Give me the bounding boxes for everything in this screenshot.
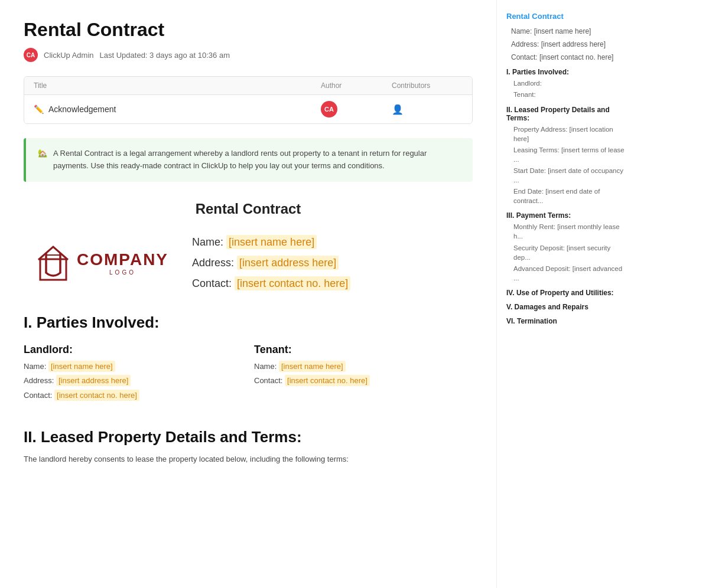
sidebar-section-payment[interactable]: III. Payment Terms: <box>506 211 629 220</box>
company-header: COMPANY LOGO Name: [insert name here] Ad… <box>24 236 473 290</box>
author-cell: CA <box>321 101 392 117</box>
doc-body: Rental Contract COMPANY LOGO <box>24 201 473 466</box>
section2-heading: II. Leased Property Details and Terms: <box>24 428 473 446</box>
doc-title[interactable]: Acknowledgement <box>48 104 116 114</box>
sidebar-section-damages[interactable]: V. Damages and Repairs <box>506 303 629 311</box>
sidebar-sub-landlord[interactable]: Landlord: <box>506 79 629 88</box>
tenant-title: Tenant: <box>254 344 473 356</box>
page-title: Rental Contract <box>24 19 473 41</box>
edit-icon: ✏️ <box>34 104 44 114</box>
section1-heading: I. Parties Involved: <box>24 313 473 332</box>
sidebar-sub-monthly-rent[interactable]: Monthly Rent: [insert monthly lease h... <box>506 222 629 241</box>
sidebar: Rental Contract Name: [insert name here]… <box>496 0 638 588</box>
landlord-address: Address: [insert address here] <box>24 375 242 387</box>
parties-grid: Landlord: Name: [insert name here] Addre… <box>24 344 473 404</box>
name-label: Name: <box>192 236 223 248</box>
sidebar-sub-leasing-terms[interactable]: Leasing Terms: [insert terms of lease ..… <box>506 145 629 164</box>
col-author: Author <box>321 81 392 90</box>
tenant-contact: Contact: [insert contact no. here] <box>254 375 473 387</box>
sidebar-section-parties[interactable]: I. Parties Involved: <box>506 68 629 76</box>
sidebar-sub-security-deposit[interactable]: Security Deposit: [insert security dep..… <box>506 243 629 262</box>
docs-table: Title Author Contributors ✏️ Acknowledge… <box>24 76 473 124</box>
sidebar-sub-tenant[interactable]: Tenant: <box>506 90 629 99</box>
col-contributors: Contributors <box>392 81 463 90</box>
sidebar-item-contact[interactable]: Contact: [insert contact no. here] <box>506 53 629 63</box>
author-avatar: CA <box>321 101 337 117</box>
address-line: Address: [insert address here] <box>192 257 350 269</box>
info-icon: 🏡 <box>38 148 47 172</box>
contributor-icon: 👤 <box>392 104 404 115</box>
sidebar-item-name[interactable]: Name: [insert name here] <box>506 27 629 37</box>
section-parties: I. Parties Involved: Landlord: Name: [in… <box>24 313 473 404</box>
logo-container: COMPANY LOGO <box>35 242 168 283</box>
company-name: COMPANY <box>77 250 168 269</box>
section-leased: II. Leased Property Details and Terms: T… <box>24 428 473 466</box>
col-title: Title <box>34 81 321 90</box>
sidebar-sub-end-date[interactable]: End Date: [insert end date of contract..… <box>506 187 629 205</box>
author-name: ClickUp Admin <box>44 51 94 60</box>
sidebar-title[interactable]: Rental Contract <box>506 12 629 21</box>
company-sub: LOGO <box>77 269 168 276</box>
landlord-contact: Contact: [insert contact no. here] <box>24 390 242 402</box>
avatar: CA <box>24 48 38 62</box>
sidebar-sub-property-addr[interactable]: Property Address: [insert location here] <box>506 125 629 143</box>
doc-section-title: Rental Contract <box>24 201 473 217</box>
name-line: Name: [insert name here] <box>192 236 350 249</box>
landlord-name: Name: [insert name here] <box>24 361 242 373</box>
info-text: A Rental Contract is a legal arrangement… <box>53 148 461 172</box>
company-name-block: COMPANY LOGO <box>77 250 168 276</box>
name-value[interactable]: [insert name here] <box>226 235 317 249</box>
sidebar-section-termination[interactable]: VI. Termination <box>506 317 629 325</box>
last-updated: Last Updated: 3 days ago at 10:36 am <box>100 51 230 60</box>
address-label: Address: <box>192 257 234 269</box>
tenant-name: Name: [insert name here] <box>254 361 473 373</box>
section2-desc: The landlord hereby consents to lease th… <box>24 453 473 466</box>
table-header: Title Author Contributors <box>24 77 472 95</box>
sidebar-sub-start-date[interactable]: Start Date: [insert date of occupancy ..… <box>506 166 629 185</box>
tenant-block: Tenant: Name: [insert name here] Contact… <box>254 344 473 404</box>
table-row[interactable]: ✏️ Acknowledgement CA 👤 <box>24 95 472 123</box>
address-value[interactable]: [insert address here] <box>237 256 339 270</box>
landlord-block: Landlord: Name: [insert name here] Addre… <box>24 344 242 404</box>
sidebar-item-address[interactable]: Address: [insert address here] <box>506 40 629 50</box>
meta-row: CA ClickUp Admin Last Updated: 3 days ag… <box>24 48 473 62</box>
sidebar-sub-advanced-deposit[interactable]: Advanced Deposit: [insert advanced ... <box>506 264 629 283</box>
contact-info: Name: [insert name here] Address: [inser… <box>192 236 350 290</box>
landlord-title: Landlord: <box>24 344 242 356</box>
info-box: 🏡 A Rental Contract is a legal arrangeme… <box>24 138 473 182</box>
contact-line: Contact: [insert contact no. here] <box>192 277 350 290</box>
contact-label: Contact: <box>192 277 232 289</box>
company-logo-svg <box>35 242 71 283</box>
sidebar-section-utilities[interactable]: IV. Use of Property and Utilities: <box>506 289 629 297</box>
contact-value[interactable]: [insert contact no. here] <box>235 276 350 290</box>
sidebar-section-leased[interactable]: II. Leased Property Details and Terms: <box>506 106 629 122</box>
contributors-cell: 👤 <box>392 104 463 115</box>
doc-title-cell: ✏️ Acknowledgement <box>34 104 321 114</box>
